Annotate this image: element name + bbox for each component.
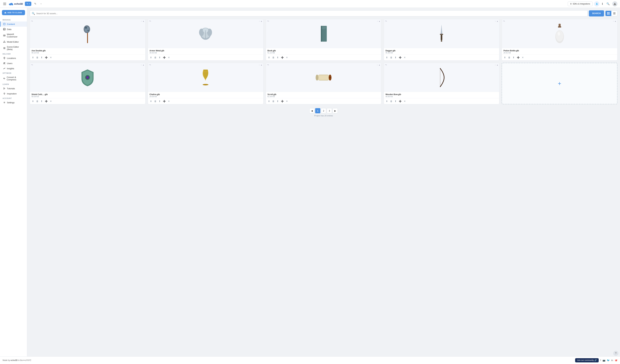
- share-button[interactable]: ⬆: [40, 99, 44, 103]
- card-minimize-icon[interactable]: −: [495, 20, 496, 22]
- delete-button[interactable]: 🗑: [153, 99, 157, 103]
- card-expand-icon[interactable]: ▲: [379, 20, 380, 22]
- add-button[interactable]: ➕: [398, 99, 402, 103]
- card-expand-icon[interactable]: ▲: [496, 20, 498, 22]
- card-minimize-icon[interactable]: −: [613, 20, 614, 22]
- expand-button[interactable]: ✕: [403, 56, 406, 60]
- search-button[interactable]: 🔍: [605, 2, 611, 6]
- download-button[interactable]: ⬇: [31, 99, 35, 103]
- expand-button[interactable]: ✕: [285, 56, 289, 60]
- delete-button[interactable]: 🗑: [389, 99, 393, 103]
- add-button[interactable]: ➕: [398, 56, 402, 60]
- theme-button[interactable]: 💧: [594, 1, 599, 6]
- add-button[interactable]: ➕: [516, 56, 520, 60]
- sidebar-item-insights[interactable]: Insights: [0, 66, 27, 71]
- delete-button[interactable]: 🗑: [35, 56, 39, 60]
- download-button[interactable]: ⬇: [385, 99, 389, 103]
- sidebar-item-inspiration[interactable]: Inspiration: [0, 91, 27, 96]
- add-button[interactable]: ➕: [162, 99, 167, 103]
- search-input[interactable]: [36, 12, 586, 15]
- card-expand-icon[interactable]: ▲: [261, 20, 262, 22]
- minus-button[interactable]: −: [39, 2, 43, 6]
- download-button[interactable]: ⬇: [149, 56, 153, 60]
- hamburger-button[interactable]: [2, 2, 7, 6]
- help-button[interactable]: ?: [613, 351, 618, 356]
- add-button[interactable]: ➕: [280, 56, 284, 60]
- card-minimize-icon[interactable]: −: [259, 64, 260, 66]
- expand-button[interactable]: ✕: [49, 99, 53, 103]
- pagination-page-2[interactable]: 2: [321, 108, 326, 113]
- share-button[interactable]: ⬆: [394, 56, 397, 60]
- download-button[interactable]: ⬇: [503, 56, 507, 60]
- delete-button[interactable]: 🗑: [153, 56, 157, 60]
- add-button[interactable]: ➕: [44, 99, 48, 103]
- sidebar-item-content[interactable]: Content: [0, 21, 27, 27]
- expand-button[interactable]: ✕: [167, 56, 171, 60]
- pagination-prev-button[interactable]: ◀: [309, 108, 314, 113]
- card-expand-icon[interactable]: ▲: [379, 64, 380, 66]
- delete-button[interactable]: 🗑: [389, 56, 393, 60]
- share-button[interactable]: ⬆: [158, 99, 161, 103]
- sidebar-item-convert[interactable]: Convert & Compress: [0, 75, 27, 82]
- expand-button[interactable]: ✕: [521, 56, 525, 60]
- share-button[interactable]: ⬆: [512, 56, 515, 60]
- share-button[interactable]: ⬆: [276, 99, 279, 103]
- download-button[interactable]: ⬇: [385, 56, 389, 60]
- card-minimize-icon[interactable]: −: [141, 64, 142, 66]
- instagram-icon[interactable]: 📷: [603, 359, 605, 362]
- share-button[interactable]: ⬆: [394, 99, 397, 103]
- expand-button[interactable]: ✕: [167, 99, 171, 103]
- sidebar-item-webar[interactable]: WebAR Customizer: [0, 32, 27, 39]
- list-view-button[interactable]: [611, 11, 617, 16]
- card-expand-icon[interactable]: ▲: [142, 64, 144, 66]
- linkedin-icon[interactable]: in: [611, 359, 613, 362]
- download-button[interactable]: ⬇: [31, 56, 35, 60]
- download-button[interactable]: ⬇: [267, 56, 271, 60]
- sdk-integrations-button[interactable]: ⬇ SDKs & Integrations: [568, 2, 592, 6]
- pagination-page-1[interactable]: 1: [315, 108, 320, 113]
- sidebar-item-settings[interactable]: Settings: [0, 100, 27, 105]
- delete-button[interactable]: 🗑: [271, 56, 275, 60]
- expand-button[interactable]: ✕: [403, 99, 406, 103]
- user-avatar-button[interactable]: [612, 1, 618, 6]
- pagination-next-button[interactable]: ▶: [333, 108, 338, 113]
- add-to-cloud-button[interactable]: ADD TO CLOUD: [2, 10, 25, 15]
- card-minimize-icon[interactable]: −: [495, 64, 496, 66]
- pencil-dropdown-button[interactable]: ✎ ▾: [25, 2, 31, 6]
- download-button[interactable]: ⬇: [149, 99, 153, 103]
- card-expand-icon[interactable]: ▲: [496, 64, 498, 66]
- delete-button[interactable]: 🗑: [507, 56, 511, 60]
- delete-button[interactable]: 🗑: [35, 99, 39, 103]
- card-expand-icon[interactable]: ▲: [615, 20, 616, 22]
- card-minimize-icon[interactable]: −: [377, 20, 378, 22]
- add-button[interactable]: ➕: [280, 99, 284, 103]
- expand-button[interactable]: ✕: [285, 99, 289, 103]
- expand-button[interactable]: ✕: [49, 56, 53, 60]
- share-button[interactable]: ⬆: [276, 56, 279, 60]
- add-button[interactable]: ➕: [162, 56, 167, 60]
- download-button[interactable]: ⬇: [267, 99, 271, 103]
- card-expand-icon[interactable]: ▲: [142, 20, 144, 22]
- sidebar-item-model-editor[interactable]: Model Editor: [0, 39, 27, 44]
- grid-view-button[interactable]: [605, 11, 611, 16]
- card-minimize-icon[interactable]: −: [377, 64, 378, 66]
- join-community-button[interactable]: Join our community 🔗: [575, 358, 599, 362]
- delete-button[interactable]: 🗑: [271, 99, 275, 103]
- facebook-icon[interactable]: f: [600, 359, 601, 362]
- pagination-page-3[interactable]: 3: [327, 108, 332, 113]
- twitter-icon[interactable]: 🐦: [607, 359, 610, 362]
- add-button[interactable]: ➕: [44, 56, 48, 60]
- github-icon[interactable]: 🐙: [615, 359, 618, 362]
- share-button[interactable]: ⬆: [158, 56, 161, 60]
- add-new-asset-card[interactable]: +: [502, 63, 618, 104]
- edit-button[interactable]: ✎: [33, 2, 37, 6]
- sidebar-item-users[interactable]: Users: [0, 61, 27, 66]
- sidebar-item-scene-editor[interactable]: Scene Editor (Beta): [0, 44, 27, 52]
- sidebar-item-tutorials[interactable]: Tutorials: [0, 86, 27, 91]
- sidebar-item-locations[interactable]: Locations: [0, 56, 27, 61]
- search-submit-button[interactable]: SEARCH: [589, 10, 604, 16]
- info-button[interactable]: ℹ: [601, 2, 604, 6]
- share-button[interactable]: ⬆: [40, 56, 44, 60]
- sidebar-item-data[interactable]: Data: [0, 27, 27, 32]
- card-expand-icon[interactable]: ▲: [261, 64, 262, 66]
